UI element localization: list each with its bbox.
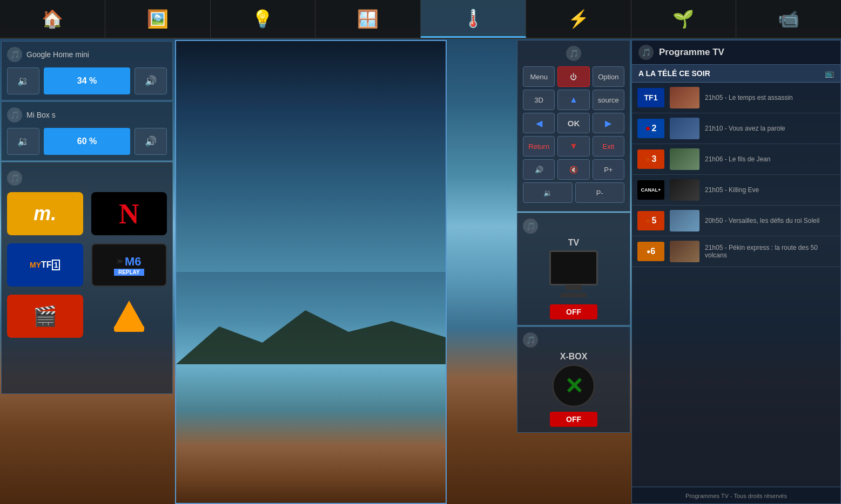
- xbox-icon: ✕: [552, 364, 595, 407]
- remote-3d-label: 3D: [534, 96, 543, 104]
- app-m6replay[interactable]: ≫ M6 REPLAY: [91, 243, 167, 287]
- list-item[interactable]: ●3 21h06 - Le fils de Jean: [632, 144, 840, 175]
- nav-home[interactable]: 🏠: [0, 0, 105, 38]
- shutters-icon: 🪟: [357, 9, 379, 29]
- list-item[interactable]: ●2 21h10 - Vous avez la parole: [632, 113, 840, 144]
- remote-right-btn[interactable]: [593, 113, 624, 133]
- tv-programme-panel: 🎵 Programme TV A LA TÉLÉ CE SOIR 📺 TF1 2…: [631, 40, 841, 504]
- nav-thermostat[interactable]: 🌡️: [421, 0, 526, 38]
- remote-source-btn[interactable]: source: [593, 90, 624, 110]
- list-item[interactable]: ●6 21h05 - Pékin express : la route des …: [632, 236, 840, 267]
- programme-time-f2: 21h10 - Vous avez la parole: [705, 125, 835, 132]
- google-home-controls: 🔉 34 % 🔊: [7, 67, 167, 94]
- remote-exit-btn[interactable]: Exit: [593, 136, 624, 156]
- remote-mute-btn[interactable]: 🔇: [557, 159, 589, 180]
- google-home-vol-up[interactable]: 🔊: [134, 67, 167, 94]
- remote-ok-label: OK: [568, 119, 580, 128]
- channel-logo-m6: ●6: [637, 242, 664, 261]
- left-panel: 🎵 Google Home mini 🔉 34 % 🔊 🎵 Mi Box s 🔉: [0, 40, 174, 504]
- thermostat-icon: 🌡️: [462, 8, 484, 29]
- list-item[interactable]: CANAL+ 21h05 - Killing Eve: [632, 175, 840, 206]
- programme-info-m6: 21h05 - Pékin express : la route des 50 …: [705, 244, 835, 259]
- vlc-logo: [114, 301, 144, 332]
- netflix-logo: N: [119, 198, 139, 230]
- films-icon: 🎬: [33, 305, 57, 328]
- remote-voldown-btn[interactable]: 🔉: [523, 182, 573, 203]
- tv-programme-list[interactable]: TF1 21h05 - Le temps est assassin ●2 21h…: [632, 83, 840, 487]
- google-home-vol-down[interactable]: 🔉: [7, 67, 39, 94]
- google-home-title-row: 🎵 Google Home mini: [7, 47, 167, 62]
- programme-name-m6: Pékin express : la route des 50 volcans: [705, 244, 818, 259]
- home-icon: 🏠: [42, 9, 63, 29]
- xbox-music-header: 🎵: [523, 332, 624, 348]
- remote-left-btn[interactable]: [523, 113, 555, 133]
- nav-light[interactable]: 💡: [211, 0, 316, 38]
- xbox-device-card: 🎵 X-BOX ✕ OFF: [517, 326, 630, 433]
- nav-security[interactable]: 📹: [736, 0, 841, 38]
- channel-thumb-f3: [670, 148, 699, 170]
- app-mytf1[interactable]: MY TF 1: [7, 243, 83, 287]
- music-icon-xbox: 🎵: [523, 332, 538, 348]
- channel-thumb-m6: [670, 241, 699, 262]
- camera-view: [175, 40, 447, 504]
- tv-programme-header: A LA TÉLÉ CE SOIR 📺: [632, 65, 840, 83]
- music-icon-google: 🎵: [7, 47, 22, 62]
- remote-row-4: Return Exit: [523, 136, 624, 156]
- mibox-title: Mi Box s: [26, 111, 56, 119]
- music-icon-apps: 🎵: [7, 171, 22, 186]
- app-films[interactable]: 🎬: [7, 295, 83, 338]
- remote-row-1: Menu ⏻ Option: [523, 66, 624, 87]
- m6replay-logo: ≫ M6 REPLAY: [114, 255, 144, 276]
- photos-icon: 🖼️: [147, 9, 169, 29]
- remote-3d-btn[interactable]: 3D: [523, 90, 555, 110]
- programme-info-f3: 21h06 - Le fils de Jean: [705, 155, 835, 163]
- programme-info-f5: 20h50 - Versailles, les défis du roi Sol…: [705, 217, 835, 224]
- apps-panel: 🎵 m. N MY TF 1: [1, 162, 173, 394]
- list-item[interactable]: ●5 20h50 - Versailles, les défis du roi …: [632, 206, 840, 236]
- mibox-vol-down[interactable]: 🔉: [7, 128, 39, 155]
- programme-name-f2: Vous avez la parole: [729, 125, 785, 132]
- list-item[interactable]: TF1 21h05 - Le temps est assassin: [632, 83, 840, 113]
- remote-chdown-btn[interactable]: P-: [575, 182, 625, 203]
- remote-power-btn[interactable]: ⏻: [557, 66, 589, 87]
- vol-down-icon: 🔉: [17, 75, 29, 87]
- remote-option-label: Option: [598, 73, 618, 81]
- mytf1-logo: MY TF 1: [30, 260, 60, 270]
- remote-ok-btn[interactable]: OK: [557, 113, 589, 133]
- remote-return-btn[interactable]: Return: [523, 136, 555, 156]
- light-icon: 💡: [252, 9, 273, 29]
- programme-name-tf1: Le temps est assassin: [729, 94, 793, 101]
- tv-music-header: 🎵: [523, 219, 624, 234]
- tv-off-button[interactable]: OFF: [550, 304, 597, 319]
- remote-chup-btn[interactable]: P+: [593, 159, 624, 180]
- app-netflix[interactable]: N: [91, 192, 167, 235]
- programme-time-m6: 21h05 - Pékin express : la route des 50 …: [705, 244, 835, 259]
- programme-info-f2: 21h10 - Vous avez la parole: [705, 125, 835, 132]
- nav-garden[interactable]: 🌱: [631, 0, 737, 38]
- channel-logo-f3: ●3: [637, 149, 664, 169]
- electric-icon: ⚡: [568, 9, 589, 29]
- channel-logo-canal: CANAL+: [637, 180, 664, 200]
- nav-shutters[interactable]: 🪟: [315, 0, 421, 38]
- arrow-right-icon: [605, 118, 611, 128]
- mkv-logo: m.: [33, 202, 56, 225]
- remote-up-btn[interactable]: [557, 90, 589, 110]
- music-icon-tvchannel: 🎵: [638, 45, 654, 60]
- tv-footer-text: Programmes TV - Tous droits réservés: [685, 493, 787, 499]
- nav-electric[interactable]: ⚡: [526, 0, 631, 38]
- center-panel: [175, 40, 447, 504]
- xbox-logo: ✕: [564, 373, 583, 399]
- remote-option-btn[interactable]: Option: [593, 66, 624, 87]
- mibox-vol-up[interactable]: 🔊: [134, 128, 167, 155]
- remote-menu-btn[interactable]: Menu: [523, 66, 555, 87]
- remote-volup-btn[interactable]: 🔊: [523, 159, 555, 180]
- remote-down-btn[interactable]: [557, 136, 589, 156]
- remote-row-2: 3D source: [523, 90, 624, 110]
- xbox-off-button[interactable]: OFF: [550, 412, 597, 427]
- app-vlc[interactable]: [91, 295, 167, 338]
- nav-photos[interactable]: 🖼️: [105, 0, 211, 38]
- vol-up-icon: 🔊: [145, 75, 157, 87]
- arrow-left-icon: [536, 118, 542, 128]
- app-mkv[interactable]: m.: [7, 192, 83, 235]
- google-home-card: 🎵 Google Home mini 🔉 34 % 🔊: [1, 41, 173, 100]
